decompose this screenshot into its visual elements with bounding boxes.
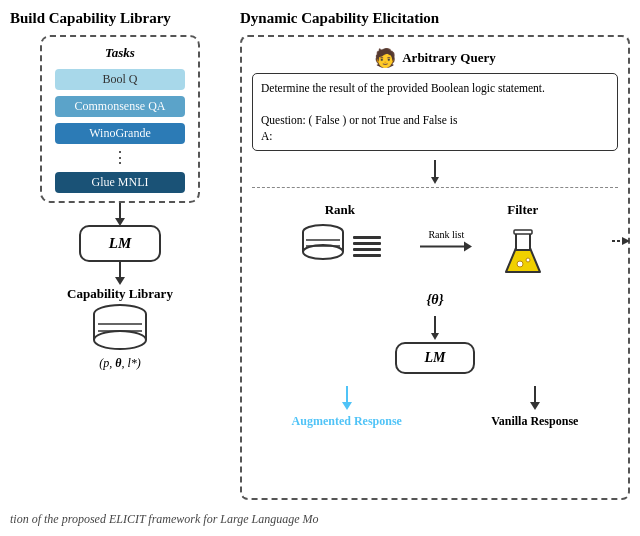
query-header: 🧑 Arbitrary Query xyxy=(374,47,496,69)
svg-marker-20 xyxy=(622,237,630,245)
augmented-response-label: Augmented Response xyxy=(292,414,402,429)
vanilla-arrow xyxy=(530,386,540,410)
capability-library-db xyxy=(90,304,150,350)
rank-list-lines xyxy=(353,236,381,257)
query-text-box: Determine the result of the provided Boo… xyxy=(252,73,618,151)
right-dashed-box: 🧑 Arbitrary Query Determine the result o… xyxy=(240,35,630,500)
param-label: (p, θ, l*) xyxy=(99,356,141,371)
arrow-query-down xyxy=(434,160,436,178)
tasks-label: Tasks xyxy=(105,45,135,61)
svg-marker-14 xyxy=(506,248,540,272)
bottom-caption: tion of the proposed ELICIT framework fo… xyxy=(0,510,640,527)
arrow-theta-to-lm xyxy=(434,316,436,334)
response-section: Augmented Response Vanilla Response xyxy=(252,382,618,429)
lm-box-right: LM xyxy=(395,342,475,374)
rank-to-filter-arrow: Rank list xyxy=(420,229,472,252)
theta-label: {θ} xyxy=(252,292,618,308)
vanilla-response-label: Vanilla Response xyxy=(491,414,578,429)
rank-label: Rank xyxy=(325,202,355,218)
svg-point-11 xyxy=(303,245,343,259)
right-panel: Dynamic Capability Elicitation 🧑 Arbitra… xyxy=(240,10,630,500)
svg-point-4 xyxy=(94,331,146,349)
svg-point-17 xyxy=(517,261,523,267)
person-icon: 🧑 xyxy=(374,47,396,69)
rank-section: Rank xyxy=(252,202,428,264)
right-title: Dynamic Capability Elicitation xyxy=(240,10,630,27)
rank-filter-row: Rank xyxy=(252,196,618,284)
left-title: Build Capability Library xyxy=(10,10,171,27)
task-commonsense: Commonsense QA xyxy=(55,96,185,117)
lm-box-left: LM xyxy=(79,225,162,262)
filter-dashed-right xyxy=(612,234,630,252)
tasks-box: Tasks Bool Q Commonsense QA WinoGrande ⋮… xyxy=(40,35,200,203)
task-winogrande: WinoGrande xyxy=(55,123,185,144)
svg-rect-16 xyxy=(514,230,532,234)
arrow-tasks-to-lm xyxy=(119,203,121,219)
svg-point-18 xyxy=(526,258,530,262)
arrow-lm-to-cap xyxy=(119,262,121,278)
query-label: Arbitrary Query xyxy=(402,50,496,66)
augmented-arrow xyxy=(342,386,352,410)
rank-db-icon xyxy=(299,224,347,264)
rank-list-label: Rank list xyxy=(428,229,464,240)
left-panel: Build Capability Library Tasks Bool Q Co… xyxy=(10,10,230,500)
task-dots: ⋮ xyxy=(112,150,128,166)
query-section: 🧑 Arbitrary Query Determine the result o… xyxy=(252,47,618,151)
task-glue: Glue MNLI xyxy=(55,172,185,193)
flask-icon xyxy=(502,228,544,278)
cap-lib-label: Capability Library xyxy=(67,286,173,302)
task-bool-q: Bool Q xyxy=(55,69,185,90)
filter-label: Filter xyxy=(507,202,538,218)
